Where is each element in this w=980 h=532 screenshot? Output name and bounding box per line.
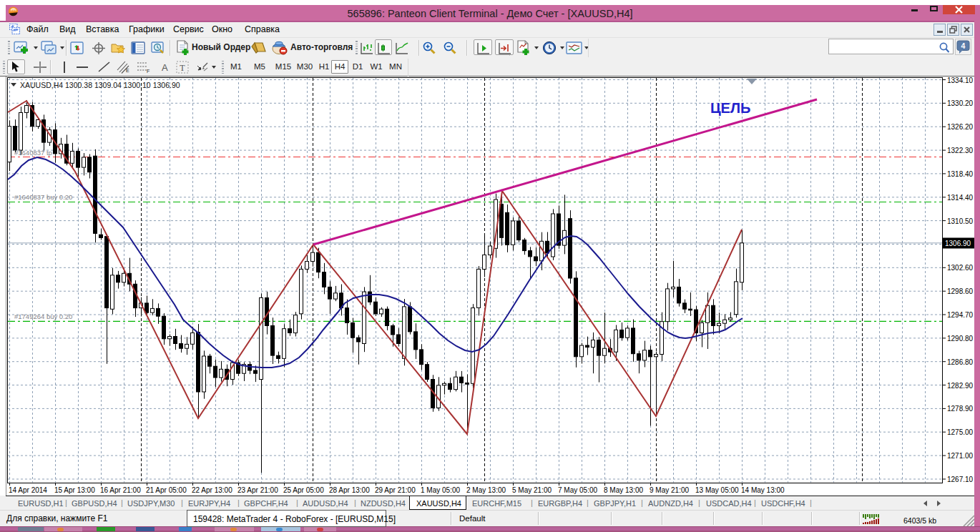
svg-text:1314.40: 1314.40 (947, 194, 974, 202)
svg-text:28 Apr 13:00: 28 Apr 13:00 (329, 486, 370, 494)
svg-text:E: E (126, 68, 129, 73)
svg-text:5 May 21:00: 5 May 21:00 (512, 486, 552, 494)
svg-text:25 Apr 05:00: 25 Apr 05:00 (283, 486, 324, 494)
svg-text:1318.40: 1318.40 (947, 170, 974, 178)
svg-text:1286.80: 1286.80 (947, 358, 974, 366)
svg-text:13 May 05:00: 13 May 05:00 (695, 486, 739, 494)
svg-text:1 May 05:00: 1 May 05:00 (421, 486, 460, 494)
svg-text:1275.00: 1275.00 (947, 428, 974, 436)
svg-text:16 Apr 21:00: 16 Apr 21:00 (100, 486, 141, 494)
svg-text:1278.90: 1278.90 (947, 405, 974, 413)
svg-text:15 Apr 13:00: 15 Apr 13:00 (54, 486, 95, 494)
svg-text:F: F (147, 69, 150, 74)
svg-text:21 Apr 05:00: 21 Apr 05:00 (146, 486, 187, 494)
svg-text:1267.10: 1267.10 (947, 476, 974, 483)
svg-text:1306.90: 1306.90 (945, 240, 971, 247)
svg-text:ЦЕЛЬ: ЦЕЛЬ (710, 100, 750, 116)
svg-text:1271.00: 1271.00 (947, 452, 974, 460)
svg-text:1294.70: 1294.70 (947, 311, 974, 319)
svg-text:14 Apr 2014: 14 Apr 2014 (9, 486, 47, 494)
svg-text:8 May 13:00: 8 May 13:00 (604, 486, 643, 494)
svg-text:1330.20: 1330.20 (947, 99, 974, 107)
svg-text:14 May 13:00: 14 May 13:00 (741, 486, 785, 494)
svg-text:2 May 13:00: 2 May 13:00 (466, 486, 506, 494)
svg-text:1290.80: 1290.80 (947, 335, 974, 343)
svg-text:1302.60: 1302.60 (947, 264, 974, 272)
svg-text:9 May 21:00: 9 May 21:00 (650, 486, 689, 494)
svg-text:7 May 05:00: 7 May 05:00 (558, 486, 597, 494)
svg-text:XAUUSD,H4 1300.38 1309.04 130: XAUUSD,H4 1300.38 1309.04 1300.10 1306.9… (20, 81, 180, 89)
svg-text:#1640837 buy 0.20: #1640837 buy 0.20 (14, 193, 72, 201)
svg-text:29 Apr 21:00: 29 Apr 21:00 (375, 486, 416, 494)
svg-text:1310.50: 1310.50 (947, 217, 974, 225)
svg-text:T: T (180, 63, 185, 73)
svg-text:1282.90: 1282.90 (947, 382, 974, 390)
svg-text:1326.20: 1326.20 (947, 123, 974, 131)
svg-text:1322.30: 1322.30 (947, 147, 974, 154)
svg-text:22 Apr 13:00: 22 Apr 13:00 (192, 486, 232, 494)
svg-text:23 Apr 21:00: 23 Apr 21:00 (237, 486, 278, 494)
svg-text:#1749264 buy 0.20: #1749264 buy 0.20 (14, 312, 72, 320)
svg-text:1334.10: 1334.10 (947, 77, 974, 84)
svg-text:4: 4 (961, 41, 966, 50)
svg-text:1298.60: 1298.60 (947, 287, 974, 295)
